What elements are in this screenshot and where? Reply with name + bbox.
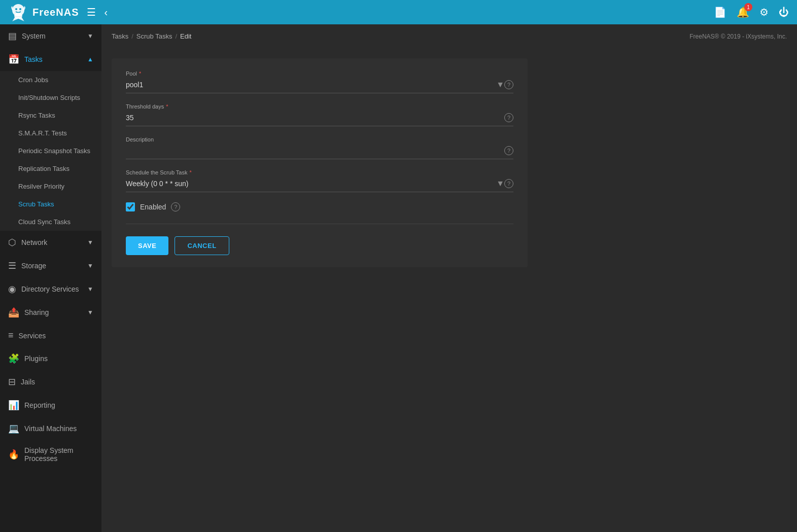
notifications-button[interactable]: 🔔 1 <box>737 6 749 18</box>
schedule-required: * <box>189 169 191 175</box>
enabled-checkbox[interactable] <box>126 202 135 211</box>
sidebar-item-system[interactable]: ▤ System ▼ <box>0 24 101 48</box>
sidebar-item-resilver-priority[interactable]: Resilver Priority <box>0 178 101 195</box>
settings-icon: ⚙ <box>759 7 769 18</box>
threshold-input[interactable] <box>126 112 504 124</box>
system-icon: ▤ <box>8 30 17 42</box>
plugins-icon: 🧩 <box>8 353 19 364</box>
save-button[interactable]: SAVE <box>126 236 168 255</box>
sharing-chevron-icon: ▼ <box>87 309 93 316</box>
enabled-row: Enabled ? <box>126 202 513 211</box>
network-icon: ⬡ <box>8 237 16 248</box>
sidebar-vm-label: Virtual Machines <box>24 424 77 433</box>
sidebar-item-plugins[interactable]: 🧩 Plugins <box>0 347 101 370</box>
jails-icon: ⊟ <box>8 376 16 387</box>
sidebar-item-virtual-machines[interactable]: 💻 Virtual Machines <box>0 417 101 440</box>
storage-icon: ☰ <box>8 260 16 271</box>
power-button[interactable]: ⏻ <box>779 7 789 18</box>
directory-chevron-icon: ▼ <box>87 286 93 293</box>
description-help-icon[interactable]: ? <box>504 146 513 155</box>
schedule-select[interactable]: Weekly (0 0 * * sun) Daily Monthly <box>126 178 492 190</box>
tasks-icon: 📅 <box>8 54 19 65</box>
pool-help-icon[interactable]: ? <box>504 80 513 89</box>
breadcrumb-tasks[interactable]: Tasks <box>112 32 128 40</box>
sidebar-system-label: System <box>22 32 46 40</box>
sidebar-item-scrub-tasks[interactable]: Scrub Tasks <box>0 195 101 213</box>
sidebar-item-cloud-sync[interactable]: Cloud Sync Tasks <box>0 213 101 231</box>
pool-label: Pool * <box>126 70 513 77</box>
schedule-help-icon[interactable]: ? <box>504 179 513 188</box>
sidebar-item-smart-tests[interactable]: S.M.A.R.T. Tests <box>0 124 101 142</box>
pool-select-row: pool1 pool2 ▼ ? <box>126 79 513 93</box>
sidebar-storage-label: Storage <box>21 262 46 270</box>
logo-icon <box>8 2 28 22</box>
power-icon: ⏻ <box>779 7 789 18</box>
description-group: Description ? <box>126 136 513 159</box>
topbar: FreeNAS ☰ ‹ 📄 🔔 1 ⚙ ⏻ <box>0 0 797 24</box>
sidebar-tasks-label: Tasks <box>24 55 43 63</box>
docs-button[interactable]: 📄 <box>714 6 726 18</box>
sidebar-item-cron-jobs[interactable]: Cron Jobs <box>0 71 101 89</box>
enabled-label: Enabled <box>140 203 166 211</box>
services-icon: ≡ <box>8 330 14 341</box>
settings-button[interactable]: ⚙ <box>759 6 769 18</box>
app-logo: FreeNAS <box>8 2 79 22</box>
menu-icon[interactable]: ☰ <box>87 6 96 18</box>
schedule-label: Schedule the Scrub Task * <box>126 169 513 175</box>
breadcrumb-sep-1: / <box>131 32 133 40</box>
edit-form-card: Pool * pool1 pool2 ▼ ? Thr <box>112 58 528 267</box>
back-icon[interactable]: ‹ <box>104 7 108 18</box>
sidebar-item-services[interactable]: ≡ Services <box>0 324 101 347</box>
app-name: FreeNAS <box>32 7 79 18</box>
sidebar-directory-label: Directory Services <box>21 285 79 293</box>
sidebar-plugins-label: Plugins <box>24 354 48 363</box>
sidebar: ▤ System ▼ 📅 Tasks ▲ Cron Jobs Init/Shut… <box>0 24 101 532</box>
description-label: Description <box>126 136 513 143</box>
sidebar-sharing-label: Sharing <box>24 308 49 316</box>
sidebar-item-replication-tasks[interactable]: Replication Tasks <box>0 160 101 178</box>
processes-icon: 🔥 <box>8 449 19 460</box>
reporting-icon: 📊 <box>8 400 19 411</box>
threshold-help-icon[interactable]: ? <box>504 113 513 122</box>
form-divider <box>126 224 513 224</box>
cancel-button[interactable]: CANCEL <box>175 236 229 255</box>
notification-badge: 1 <box>744 3 752 11</box>
sidebar-item-directory-services[interactable]: ◉ Directory Services ▼ <box>0 277 101 301</box>
breadcrumb-scrub-tasks[interactable]: Scrub Tasks <box>136 32 172 40</box>
sidebar-item-rsync-tasks[interactable]: Rsync Tasks <box>0 107 101 124</box>
pool-group: Pool * pool1 pool2 ▼ ? <box>126 70 513 93</box>
breadcrumb: Tasks / Scrub Tasks / Edit FreeNAS® © 20… <box>101 24 797 48</box>
storage-chevron-icon: ▼ <box>87 262 93 269</box>
sidebar-item-jails[interactable]: ⊟ Jails <box>0 370 101 394</box>
sidebar-item-periodic-snapshot[interactable]: Periodic Snapshot Tasks <box>0 142 101 160</box>
sidebar-item-network[interactable]: ⬡ Network ▼ <box>0 231 101 254</box>
sidebar-item-reporting[interactable]: 📊 Reporting <box>0 394 101 417</box>
tasks-chevron-icon: ▲ <box>87 56 93 63</box>
pool-select[interactable]: pool1 pool2 <box>126 79 492 91</box>
vm-icon: 💻 <box>8 423 19 434</box>
docs-icon: 📄 <box>714 7 726 18</box>
enabled-help-icon[interactable]: ? <box>171 202 180 211</box>
description-control-row: ? <box>126 145 513 159</box>
svg-point-3 <box>19 8 21 10</box>
sidebar-item-tasks[interactable]: 📅 Tasks ▲ <box>0 48 101 71</box>
breadcrumb-current: Edit <box>180 32 191 40</box>
tasks-submenu: Cron Jobs Init/Shutdown Scripts Rsync Ta… <box>0 71 101 231</box>
sidebar-item-storage[interactable]: ☰ Storage ▼ <box>0 254 101 277</box>
sidebar-jails-label: Jails <box>21 378 35 386</box>
schedule-group: Schedule the Scrub Task * Weekly (0 0 * … <box>126 169 513 192</box>
schedule-chevron-icon: ▼ <box>496 179 504 188</box>
sharing-icon: 📤 <box>8 307 19 318</box>
sidebar-item-display-system-processes[interactable]: 🔥 Display System Processes <box>0 440 101 469</box>
copyright-text: FreeNAS® © 2019 - iXsystems, Inc. <box>689 33 787 40</box>
main-layout: ▤ System ▼ 📅 Tasks ▲ Cron Jobs Init/Shut… <box>0 24 797 532</box>
sidebar-processes-label: Display System Processes <box>24 446 93 463</box>
threshold-label: Threshold days * <box>126 103 513 110</box>
sidebar-item-init-shutdown[interactable]: Init/Shutdown Scripts <box>0 89 101 107</box>
description-input[interactable] <box>126 145 504 157</box>
sidebar-item-sharing[interactable]: 📤 Sharing ▼ <box>0 301 101 324</box>
pool-required: * <box>139 70 141 77</box>
chevron-down-icon: ▼ <box>87 32 93 40</box>
content-area: Tasks / Scrub Tasks / Edit FreeNAS® © 20… <box>101 24 797 532</box>
schedule-select-row: Weekly (0 0 * * sun) Daily Monthly ▼ ? <box>126 178 513 192</box>
